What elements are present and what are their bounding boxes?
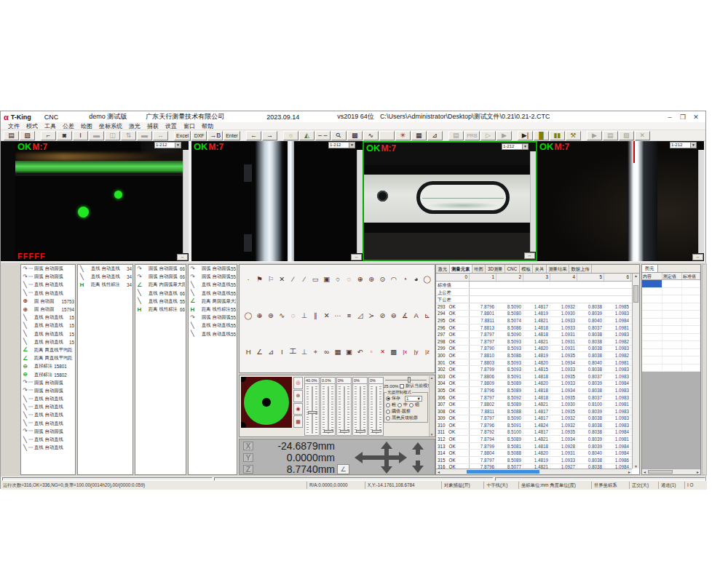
circle-scan-tool-icon[interactable]: ◯ xyxy=(243,310,253,321)
list-item[interactable]: ╲直线自动直线55 xyxy=(135,298,186,306)
menu-item-设置[interactable]: 设置 xyxy=(165,122,177,130)
linear-dim-icon[interactable]: H xyxy=(243,346,253,357)
list-item[interactable]: ↷圆弧自动圆弧55 xyxy=(189,273,237,281)
workspace-scrollbar[interactable] xyxy=(702,264,707,475)
list-item[interactable]: ╲***直线自动直线 xyxy=(21,444,75,452)
list-item[interactable]: ╲直线自动直线15 xyxy=(21,338,75,346)
calculator-icon[interactable]: ▦ xyxy=(333,346,343,357)
table-row[interactable]: 310OK7.87968.50911.48241.09320.80381.098… xyxy=(436,422,632,429)
table-row[interactable]: 308OK7.88118.50881.48171.09350.80391.098… xyxy=(436,408,632,415)
ellipse-tool-icon[interactable]: ◯ xyxy=(422,274,432,284)
list-item[interactable]: ↷***圆弧自动圆弧 xyxy=(21,273,75,281)
camera2-scrollbar[interactable] xyxy=(357,150,363,253)
detail-row[interactable] xyxy=(642,334,700,342)
big-target-tool-icon[interactable]: ⊕ xyxy=(254,310,264,321)
camera1-range-select[interactable]: 1-212▼ xyxy=(154,142,181,148)
list-item[interactable]: ╲直线自动直线66 xyxy=(135,290,186,298)
detail-row[interactable] xyxy=(642,295,700,303)
list-item[interactable]: ╲直线自动直线15 xyxy=(21,322,75,330)
play2-button[interactable]: ▶ xyxy=(587,131,602,140)
light-segment-button-4[interactable]: ▦ xyxy=(293,415,303,428)
minimize-button[interactable]: – xyxy=(663,113,676,121)
prb-button[interactable]: PRB xyxy=(464,131,480,140)
level-fine-radio[interactable] xyxy=(409,403,414,407)
table-row[interactable]: 295OK7.88118.50741.48211.09330.80401.098… xyxy=(436,317,632,324)
save-button[interactable]: ▤ xyxy=(4,131,19,140)
cross-point-tool-icon[interactable]: ✕ xyxy=(277,274,287,284)
arc-scan2-tool-icon[interactable]: ◕ xyxy=(411,274,421,284)
line2-tool-icon[interactable]: ∕ xyxy=(299,274,309,284)
tab-测量结果[interactable]: 测量结果 xyxy=(547,265,569,273)
list-item[interactable]: H距离线性标注66 xyxy=(135,306,186,314)
camera1-resize-button[interactable]: ↔ xyxy=(177,254,188,260)
coord-y-icon[interactable]: |y xyxy=(411,346,421,357)
table-row[interactable]: 301OK7.88038.50931.48201.09340.80401.098… xyxy=(436,359,632,367)
list-item[interactable]: ∠距离两直线平均距 xyxy=(21,346,75,354)
camera3-scrollbar[interactable] xyxy=(530,151,536,252)
list-item[interactable]: ╲***直线自动直线 xyxy=(21,420,75,428)
arc-scan-tool-icon[interactable]: ◔ xyxy=(400,274,410,284)
list-item[interactable]: ↷圆弧自动圆弧66 xyxy=(135,273,186,281)
list-item[interactable]: ╲直线自动直线34 xyxy=(78,273,132,281)
radius-dim-icon[interactable]: ⊿ xyxy=(266,346,276,357)
table-row[interactable]: 303OK7.88068.50911.48181.09350.80371.098… xyxy=(436,373,632,380)
run-button[interactable]: ⚒ xyxy=(566,131,581,140)
slider-thumb[interactable] xyxy=(340,430,349,433)
height-dim-icon[interactable]: I xyxy=(277,346,287,357)
light-slider-3[interactable]: 0% xyxy=(336,377,352,436)
pan-xy-arrows[interactable] xyxy=(355,442,407,475)
camera3-resize-button[interactable]: ↔ xyxy=(524,252,535,259)
perpendicular-tool-icon[interactable]: ⊥ xyxy=(299,310,309,321)
list-item[interactable]: ╲直线自动直线15 xyxy=(21,330,75,338)
save-radio[interactable] xyxy=(386,396,390,401)
tab-element[interactable]: 图元 xyxy=(642,265,658,272)
status-crosshair[interactable]: 十字线(关) xyxy=(483,482,518,489)
scroll-thumb[interactable] xyxy=(633,285,638,303)
table-row[interactable]: 315OK7.87978.50891.48191.09330.80381.098… xyxy=(436,457,632,464)
menu-item-窗口[interactable]: 窗口 xyxy=(183,122,195,130)
table-row[interactable]: 306OK7.87978.50921.48181.09350.80371.098… xyxy=(436,394,632,402)
parallel-tool-icon[interactable]: ∥ xyxy=(310,310,320,321)
save2-button[interactable]: ▤ xyxy=(448,131,464,140)
tab-模板[interactable]: 模板 xyxy=(520,265,534,273)
image-button[interactable]: ◭ xyxy=(299,131,314,140)
tab-绘图[interactable]: 绘图 xyxy=(472,265,486,273)
list-item[interactable]: ↷圆弧自动圆弧55 xyxy=(189,314,237,322)
list-item[interactable]: ╲***直线自动直线 xyxy=(21,411,75,419)
list-item[interactable]: H距离线性标注34 xyxy=(78,281,132,289)
detail-hscrollbar[interactable]: ◄► xyxy=(642,469,700,474)
list-item[interactable]: ↷圆弧自动圆弧66 xyxy=(135,265,186,273)
vee-tool-icon[interactable]: ≻ xyxy=(366,310,376,321)
next-button[interactable]: → xyxy=(262,131,277,140)
table-row[interactable]: 307OK7.88028.50891.48211.09300.81001.098… xyxy=(436,401,632,408)
table-row[interactable]: 313OK7.87998.50811.48181.09280.80391.098… xyxy=(436,443,632,450)
default-mode-checkbox[interactable] xyxy=(400,384,404,388)
center-circle-tool-icon[interactable]: ⊙ xyxy=(377,274,387,284)
save3-button[interactable]: ▤ xyxy=(603,131,618,140)
table-row[interactable]: 311OK7.87928.51001.48171.09350.80381.098… xyxy=(436,429,632,437)
camera2-range-select[interactable]: 1-212▼ xyxy=(328,142,355,148)
slider-thumb[interactable] xyxy=(308,411,317,414)
list-item[interactable]: ∠距离内圆弧最大距 xyxy=(135,281,186,289)
level-mid-radio[interactable] xyxy=(397,403,402,407)
camera4-scrollbar[interactable] xyxy=(698,150,704,253)
edge-pick-tool-icon[interactable]: ⚑ xyxy=(254,274,264,284)
detail-row[interactable] xyxy=(642,311,700,319)
laser-star-button[interactable]: ✳ xyxy=(395,131,411,140)
menu-item-坐标系统[interactable]: 坐标系统 xyxy=(99,122,122,130)
slider-thumb[interactable] xyxy=(324,430,333,433)
perp-dim-icon[interactable]: ⊥ xyxy=(299,346,309,357)
dashed-arc-tool-icon[interactable]: ◌ xyxy=(288,310,298,321)
table-row[interactable]: 304OK7.88098.50891.48201.09330.80391.098… xyxy=(436,380,632,388)
level-coarse-radio[interactable] xyxy=(386,403,390,407)
list-item[interactable]: ╲直线自动直线55 xyxy=(189,322,237,330)
slider-thumb[interactable] xyxy=(372,430,381,433)
play-button[interactable]: ▶ xyxy=(496,131,512,140)
light-segment-button-1[interactable]: ◎ xyxy=(293,377,303,389)
black-contour-radio[interactable] xyxy=(386,416,390,420)
list-item[interactable]: ↷圆弧自动圆弧55 xyxy=(189,265,237,273)
list-item[interactable]: ↷***圆弧自动圆弧 xyxy=(21,379,75,387)
list-item[interactable]: ∠距离两直线平均距 xyxy=(21,354,75,362)
list-item[interactable]: ⊖直径标注15802 xyxy=(21,370,75,378)
prev-button[interactable]: ← xyxy=(246,131,261,140)
